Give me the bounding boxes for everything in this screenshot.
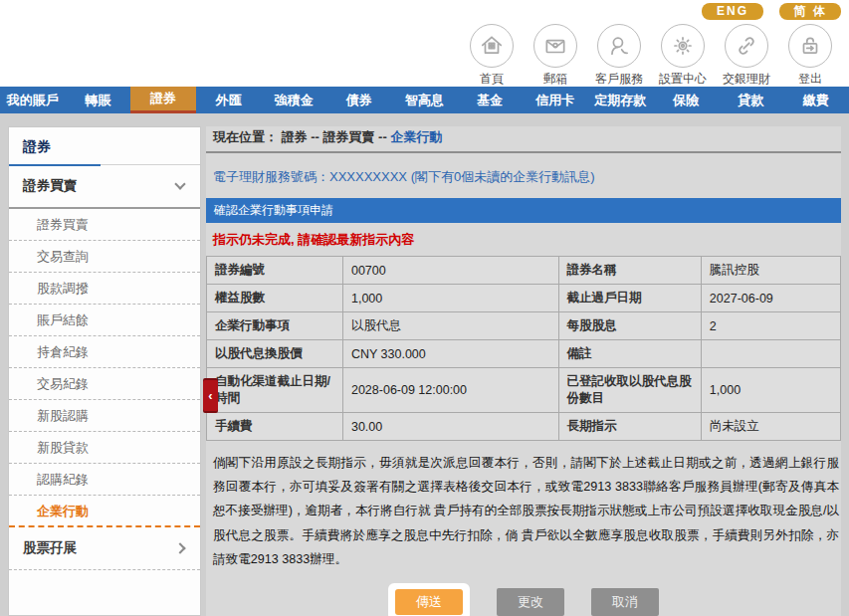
sidebar-item-account-balance[interactable]: 賬戶結餘: [9, 305, 200, 336]
settings-icon: [661, 24, 705, 68]
sidebar-section-securities-trading[interactable]: 證券買賣: [9, 165, 200, 209]
stock-name-label: 證券名稱: [558, 257, 701, 285]
table-row: 手續費 30.00 長期指示 尚未設立: [207, 413, 841, 441]
breadcrumb-path: 證券 -- 證券買賣 --: [282, 129, 391, 144]
nav-mpf[interactable]: 強積金: [261, 87, 326, 113]
breadcrumb-prefix: 現在位置：: [213, 129, 278, 144]
entitled-shares-label: 權益股數: [207, 285, 343, 312]
main-panel: ‹ 現在位置： 證券 -- 證券買賣 -- 企業行動 電子理財服務號碼：XXXX…: [206, 126, 841, 616]
service-number-value: XXXXXXXXX: [329, 169, 407, 184]
sidebar-item-transaction-records[interactable]: 交易紀錄: [9, 368, 200, 400]
chevron-right-icon: [174, 542, 185, 553]
sidebar-item-ipo-loan[interactable]: 新股貸款: [9, 432, 200, 464]
cancel-button[interactable]: 取消: [591, 588, 659, 616]
submit-button[interactable]: 傳送: [395, 589, 463, 615]
top-header: ENG 简 体 首頁 郵箱 客戶服務 設置中心: [0, 0, 849, 87]
nav-forex[interactable]: 外匯: [196, 87, 262, 113]
settings-center-label: 設置中心: [659, 71, 707, 88]
sidebar-item-portfolio-records[interactable]: 持倉紀錄: [9, 336, 200, 368]
incomplete-instruction-alert: 指示仍未完成, 請確認最新指示內容: [206, 231, 841, 249]
nav-smart-interest[interactable]: 智高息: [392, 87, 458, 113]
corporate-action-type-value: 以股代息: [342, 312, 558, 340]
content-region: 證券 證券買賣 證券買賣 交易查詢 股款調撥 賬戶結餘 持倉紀錄 交易紀錄 新股…: [0, 113, 849, 616]
unread-messages-note: (閣下有0個未讀的企業行動訊息): [407, 169, 595, 184]
mailbox-icon: [533, 24, 577, 68]
stock-code-value: 00700: [342, 257, 558, 285]
chevron-down-icon: [174, 178, 185, 189]
handling-fee-value: 30.00: [342, 413, 558, 441]
book-close-date-label: 截止過戶日期: [558, 285, 701, 312]
e-banking-service-number-line: 電子理財服務號碼：XXXXXXXXX (閣下有0個未讀的企業行動訊息): [206, 168, 841, 186]
channel-deadline-label: 自動化渠道截止日期/時間: [207, 368, 343, 413]
sidebar-menu: 證券買賣 交易查詢 股款調撥 賬戶結餘 持倉紀錄 交易紀錄 新股認購 新股貸款 …: [9, 209, 200, 527]
nav-bill-payment[interactable]: 繳費: [783, 87, 849, 113]
sidebar-section-label: 證券買賣: [23, 177, 77, 195]
home-shortcut[interactable]: 首頁: [460, 24, 524, 88]
registered-scrip-shares-label: 已登記收取以股代息股份數目: [558, 368, 701, 413]
scrip-price-label: 以股代息換股價: [207, 340, 343, 368]
logout-lock-icon: [788, 24, 832, 68]
nav-transfer[interactable]: 轉賬: [66, 87, 131, 113]
nav-bonds[interactable]: 債券: [326, 87, 392, 113]
corporate-action-type-label: 企業行動事項: [207, 312, 343, 340]
customer-service-shortcut[interactable]: 客戶服務: [587, 24, 651, 88]
home-label: 首頁: [480, 71, 504, 88]
wealth-management-shortcut[interactable]: 交銀理財: [715, 24, 778, 88]
sidebar: 證券 證券買賣 證券買賣 交易查詢 股款調撥 賬戶結餘 持倉紀錄 交易紀錄 新股…: [8, 126, 201, 616]
corporate-action-table: 證券編號 00700 證券名稱 騰訊控股 權益股數 1,000 截止過戶日期 2…: [206, 256, 841, 441]
channel-deadline-value: 2028-06-09 12:00:00: [342, 368, 558, 413]
standing-instruction-value: 尚未設立: [701, 413, 840, 441]
entitled-shares-value: 1,000: [342, 285, 558, 312]
book-close-date-value: 2027-06-09: [701, 285, 840, 312]
sidebar-item-order-status[interactable]: 交易查詢: [9, 241, 200, 273]
table-row: 企業行動事項 以股代息 每股股息 2: [207, 312, 841, 340]
breadcrumb-current: 企業行動: [390, 129, 442, 144]
nav-credit-card[interactable]: 信用卡: [523, 87, 588, 113]
wealth-links-icon: [725, 24, 768, 68]
sidebar-collapse-handle[interactable]: ‹: [203, 380, 218, 411]
dividend-per-share-value: 2: [701, 312, 840, 340]
breadcrumb: 現在位置： 證券 -- 證券買賣 -- 企業行動: [206, 126, 841, 153]
customer-service-icon: [597, 24, 641, 68]
dividend-per-share-label: 每股股息: [558, 312, 701, 340]
sidebar-collapsed-section-label: 股票孖展: [23, 539, 77, 557]
nav-funds[interactable]: 基金: [457, 87, 523, 113]
main-nav: 我的賬戶 轉賬 證券 外匯 強積金 債券 智高息 基金 信用卡 定期存款 保險 …: [0, 87, 849, 113]
standing-instruction-label: 長期指示: [558, 413, 701, 441]
home-icon: [470, 24, 514, 68]
instruction-notice-paragraph: 倘閣下沿用原設之長期指示，毋須就是次派息回覆本行，否則，請閣下於上述截止日期或之…: [206, 451, 841, 571]
sidebar-item-fund-transfer[interactable]: 股款調撥: [9, 273, 200, 305]
nav-time-deposit[interactable]: 定期存款: [587, 87, 653, 113]
nav-insurance[interactable]: 保險: [653, 87, 719, 113]
sidebar-item-securities-trading[interactable]: 證券買賣: [9, 209, 200, 241]
sidebar-item-corporate-action[interactable]: 企業行動: [9, 496, 200, 527]
logout-shortcut[interactable]: 登出: [778, 24, 842, 88]
nav-securities[interactable]: 證券: [130, 87, 196, 113]
nav-loans[interactable]: 貸款: [719, 87, 784, 113]
collapse-arrow-icon: ‹: [208, 388, 212, 403]
remarks-label: 備註: [558, 340, 701, 368]
sidebar-item-subscription-records[interactable]: 認購紀錄: [9, 464, 200, 496]
sidebar-title: 證券: [9, 127, 200, 165]
settings-shortcut[interactable]: 設置中心: [651, 24, 715, 88]
nav-my-accounts[interactable]: 我的賬戶: [0, 87, 66, 113]
sidebar-section-margin-trading[interactable]: 股票孖展: [9, 527, 200, 570]
mailbox-label: 郵箱: [543, 71, 567, 88]
modify-button[interactable]: 更改: [497, 588, 564, 616]
section-title-bar: 確認企業行動事項申請: [206, 198, 841, 223]
handling-fee-label: 手續費: [207, 413, 343, 441]
scrip-price-value: CNY 330.000: [342, 340, 558, 368]
simplified-chinese-button[interactable]: 简 体: [779, 3, 841, 20]
table-row: 權益股數 1,000 截止過戶日期 2027-06-09: [207, 285, 841, 312]
language-switcher: ENG 简 体: [702, 3, 841, 20]
mailbox-shortcut[interactable]: 郵箱: [524, 24, 587, 88]
stock-name-value: 騰訊控股: [701, 257, 840, 285]
sidebar-item-ipo-subscription[interactable]: 新股認購: [9, 400, 200, 432]
remarks-value: [701, 340, 840, 368]
eng-language-button[interactable]: ENG: [702, 3, 763, 20]
table-row: 自動化渠道截止日期/時間 2028-06-09 12:00:00 已登記收取以股…: [207, 368, 841, 413]
action-buttons-row: 傳送 更改 取消: [206, 583, 841, 616]
table-row: 證券編號 00700 證券名稱 騰訊控股: [207, 257, 841, 285]
quick-icons-row: 首頁 郵箱 客戶服務 設置中心 交銀理財: [460, 24, 842, 88]
registered-scrip-shares-value: 1,000: [701, 368, 840, 413]
